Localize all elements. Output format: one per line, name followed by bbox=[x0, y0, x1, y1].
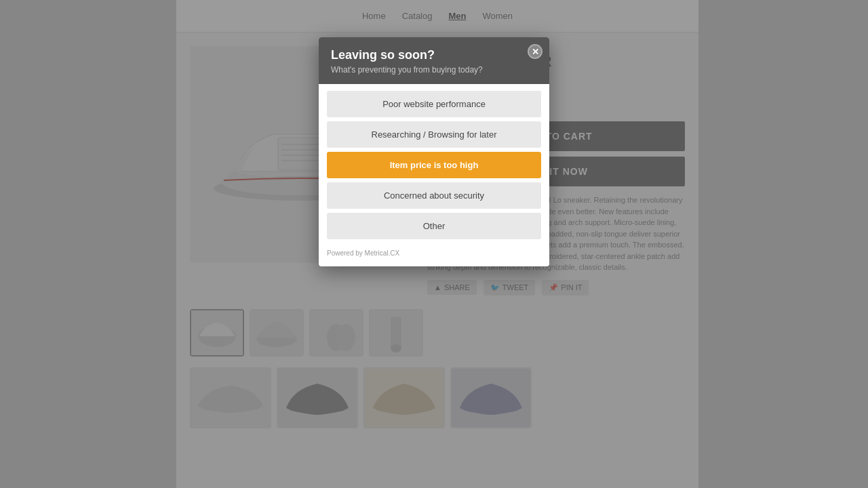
close-icon: ✕ bbox=[532, 47, 539, 56]
modal-options-list: Poor website performance Researching / B… bbox=[319, 84, 549, 243]
modal-footer: Powered by Metrical.CX bbox=[319, 243, 549, 261]
modal-header: Leaving so soon? What's preventing you f… bbox=[319, 37, 549, 84]
modal-title: Leaving so soon? bbox=[331, 48, 537, 62]
option-researching[interactable]: Researching / Browsing for later bbox=[327, 121, 541, 148]
option-other[interactable]: Other bbox=[327, 213, 541, 239]
modal-close-button[interactable]: ✕ bbox=[528, 44, 542, 59]
option-price-too-high[interactable]: Item price is too high bbox=[327, 152, 541, 178]
powered-by-link[interactable]: Powered by Metrical.CX bbox=[327, 249, 399, 257]
option-poor-performance[interactable]: Poor website performance bbox=[327, 91, 541, 117]
exit-intent-modal: Leaving so soon? What's preventing you f… bbox=[319, 37, 549, 266]
option-security[interactable]: Concerned about security bbox=[327, 182, 541, 209]
modal-subtitle: What's preventing you from buying today? bbox=[331, 65, 537, 75]
